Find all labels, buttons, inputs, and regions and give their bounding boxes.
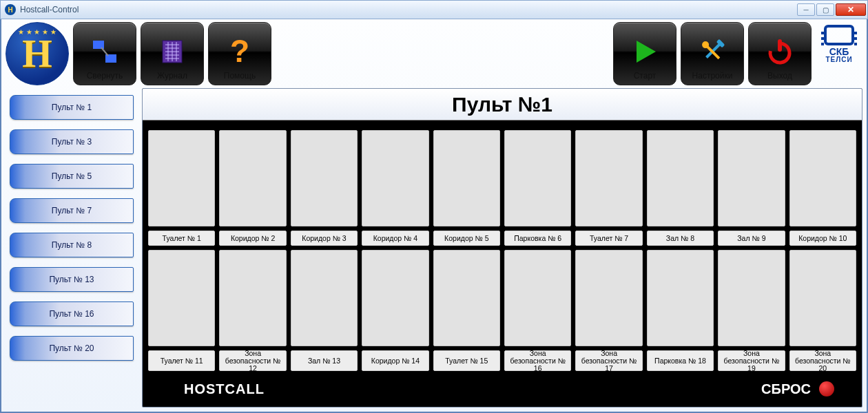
zone-label: Туалет № 11	[148, 350, 215, 371]
zone-cell[interactable]	[504, 250, 571, 346]
app-icon: H	[5, 4, 16, 15]
zone-cell[interactable]	[718, 130, 785, 226]
zone-label: Зал № 8	[647, 231, 714, 246]
settings-label: Настройки	[681, 71, 743, 82]
zone-label: Зона безопасности № 19	[718, 350, 785, 371]
window-maximize-button[interactable]: ▢	[816, 3, 834, 16]
start-label: Старт	[614, 71, 676, 82]
zone-cell[interactable]	[219, 250, 286, 346]
app-logo: ★ ★ ★ ★ ★ H	[6, 22, 69, 85]
zone-label: Парковка № 6	[504, 231, 571, 246]
zone-label: Зона безопасности № 17	[575, 350, 642, 371]
svg-rect-1	[105, 54, 116, 63]
zone-cell[interactable]	[433, 130, 500, 226]
sidebar-item-pult-20[interactable]: Пульт № 20	[10, 336, 134, 361]
sidebar-item-pult-1[interactable]: Пульт № 1	[10, 95, 134, 120]
window-title: Hostcall-Control	[20, 5, 79, 14]
zone-label: Туалет № 7	[575, 231, 642, 246]
svg-text:?: ?	[230, 34, 249, 69]
zone-cell[interactable]	[291, 250, 358, 346]
zone-label: Зал № 13	[291, 350, 358, 371]
titlebar: H Hostcall-Control ─ ▢ ✕	[0, 0, 868, 19]
zone-label: Зал № 9	[718, 231, 785, 246]
settings-button[interactable]: Настройки	[681, 22, 744, 85]
zone-label: Туалет № 1	[148, 231, 215, 246]
zone-cell[interactable]	[362, 130, 428, 226]
zone-cell[interactable]	[789, 130, 856, 226]
zone-label: Коридор № 4	[362, 231, 428, 246]
status-led-icon	[819, 381, 834, 396]
sidebar-item-pult-8[interactable]: Пульт № 8	[10, 233, 134, 257]
svg-rect-19	[778, 39, 782, 52]
zone-label: Коридор № 5	[433, 231, 500, 246]
zone-label: Зона безопасности № 12	[219, 350, 286, 371]
window-close-button[interactable]: ✕	[836, 3, 866, 16]
zone-label: Коридор № 14	[362, 350, 428, 371]
zone-label: Коридор № 10	[789, 231, 856, 246]
svg-marker-13	[637, 41, 656, 63]
panel-footer: HOSTCALL СБРОС	[143, 375, 862, 407]
svg-rect-0	[93, 41, 104, 49]
panel-title: Пульт №1	[143, 89, 862, 120]
help-label: Помощь	[209, 71, 271, 82]
exit-label: Выход	[749, 71, 811, 82]
brand-name: СКБ	[829, 47, 849, 56]
svg-line-2	[101, 47, 108, 56]
zone-cell[interactable]	[575, 250, 642, 346]
main-frame: ★ ★ ★ ★ ★ H Свернуть	[0, 19, 868, 413]
zone-label: Туалет № 15	[433, 350, 500, 371]
zone-cell[interactable]	[148, 250, 215, 346]
brand-logo: СКБ ТЕЛСИ	[816, 25, 862, 63]
zone-grid: Туалет № 1 Коридор № 2 Коридор № 3 Корид…	[143, 120, 862, 375]
exit-button[interactable]: Выход	[748, 22, 812, 85]
help-button[interactable]: ? Помощь	[208, 22, 271, 85]
reset-label: СБРОС	[761, 381, 811, 397]
footer-brand: HOSTCALL	[184, 381, 265, 397]
minimize-label: Свернуть	[74, 71, 136, 82]
zone-cell[interactable]	[362, 250, 428, 346]
minimize-button[interactable]: Свернуть	[73, 22, 136, 85]
zone-cell[interactable]	[291, 130, 358, 226]
zone-cell[interactable]	[718, 250, 785, 346]
zone-cell[interactable]	[433, 250, 500, 346]
zone-cell[interactable]	[575, 130, 642, 226]
main-panel: Пульт №1 Туалет № 1 Коридор № 2 Коридор …	[142, 88, 862, 407]
zone-cell[interactable]	[647, 130, 714, 226]
zone-label: Зона безопасности № 20	[789, 350, 856, 371]
zone-cell[interactable]	[789, 250, 856, 346]
zone-cell[interactable]	[148, 130, 215, 226]
journal-label: Журнал	[141, 71, 203, 82]
zone-cell[interactable]	[504, 130, 571, 226]
sidebar-item-pult-7[interactable]: Пульт № 7	[10, 198, 134, 223]
journal-button[interactable]: Журнал	[141, 22, 204, 85]
zone-label: Коридор № 2	[219, 231, 286, 246]
zone-cell[interactable]	[219, 130, 286, 226]
brand-sub: ТЕЛСИ	[825, 56, 852, 63]
sidebar-item-pult-13[interactable]: Пульт № 13	[10, 267, 134, 292]
sidebar-item-pult-16[interactable]: Пульт № 16	[10, 301, 134, 326]
toolbar: ★ ★ ★ ★ ★ H Свернуть	[6, 22, 862, 85]
zone-cell[interactable]	[647, 250, 714, 346]
sidebar-item-pult-3[interactable]: Пульт № 3	[10, 129, 134, 154]
sidebar: Пульт № 1 Пульт № 3 Пульт № 5 Пульт № 7 …	[6, 88, 136, 407]
sidebar-item-pult-5[interactable]: Пульт № 5	[10, 164, 134, 189]
window-minimize-button[interactable]: ─	[797, 3, 815, 16]
reset-button[interactable]: СБРОС	[761, 381, 834, 397]
zone-label: Зона безопасности № 16	[504, 350, 571, 371]
zone-label: Парковка № 18	[647, 350, 714, 371]
zone-label: Коридор № 3	[291, 231, 358, 246]
start-button[interactable]: Старт	[613, 22, 676, 85]
